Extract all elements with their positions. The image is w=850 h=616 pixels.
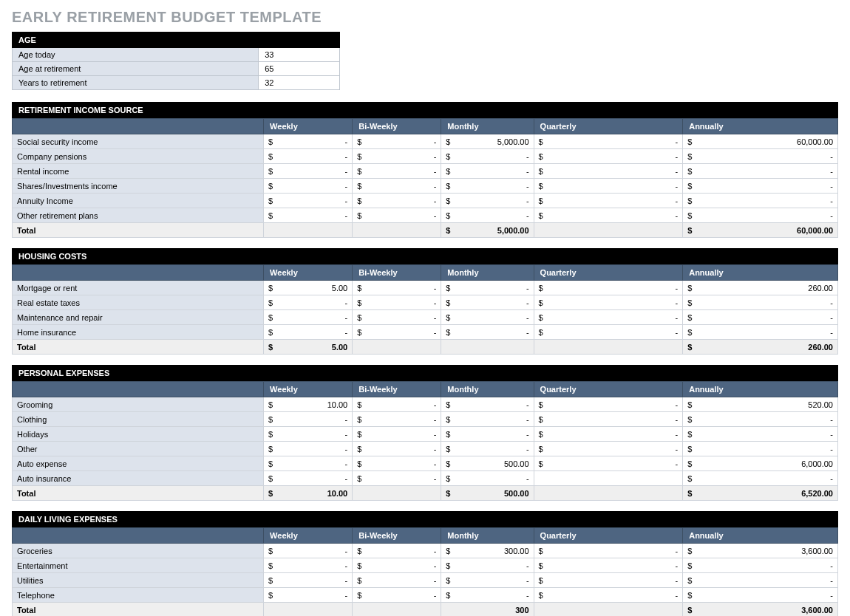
amount-cell[interactable]: - (366, 295, 441, 310)
amount-cell[interactable]: - (277, 295, 353, 310)
amount-cell[interactable]: - (455, 471, 534, 486)
amount-cell[interactable]: - (277, 588, 353, 603)
amount-cell[interactable]: - (696, 588, 837, 603)
amount-cell[interactable]: - (547, 397, 682, 412)
amount-cell[interactable]: - (455, 573, 534, 588)
amount-cell[interactable]: - (696, 149, 837, 164)
amount-cell[interactable]: - (366, 281, 441, 295)
amount-cell[interactable]: - (366, 179, 441, 194)
amount-cell[interactable]: - (366, 471, 441, 486)
amount-cell[interactable]: - (277, 573, 353, 588)
amount-cell[interactable]: - (277, 208, 353, 223)
amount-cell[interactable]: - (696, 427, 837, 442)
amount-cell[interactable]: - (366, 558, 441, 573)
amount-cell[interactable]: - (366, 208, 441, 223)
amount-cell[interactable]: - (696, 558, 837, 573)
amount-cell[interactable]: - (277, 149, 353, 164)
amount-cell[interactable]: - (277, 442, 353, 456)
amount-cell[interactable]: - (696, 442, 837, 456)
amount-cell[interactable]: - (366, 194, 441, 208)
amount-cell[interactable]: - (366, 397, 441, 412)
amount-cell[interactable]: - (366, 412, 441, 427)
amount-cell[interactable]: - (366, 588, 441, 603)
amount-cell[interactable]: - (366, 134, 441, 149)
amount-cell[interactable]: - (455, 427, 534, 442)
amount-cell[interactable]: - (696, 208, 837, 223)
amount-cell[interactable]: - (277, 471, 353, 486)
amount-cell[interactable]: - (455, 442, 534, 456)
amount-cell[interactable]: - (696, 325, 837, 340)
amount-cell[interactable]: - (455, 397, 534, 412)
amount-cell[interactable]: - (547, 164, 682, 179)
amount-cell[interactable]: - (455, 588, 534, 603)
amount-cell[interactable]: 500.00 (455, 456, 534, 471)
amount-cell[interactable]: - (277, 325, 353, 340)
amount-cell[interactable]: - (547, 310, 682, 325)
amount-cell[interactable]: - (696, 573, 837, 588)
amount-cell[interactable]: - (455, 208, 534, 223)
amount-cell[interactable]: - (547, 179, 682, 194)
amount-cell[interactable]: - (366, 427, 441, 442)
amount-cell[interactable]: - (366, 310, 441, 325)
amount-cell[interactable]: - (547, 194, 682, 208)
amount-cell[interactable]: - (455, 295, 534, 310)
amount-cell[interactable]: 10.00 (277, 397, 353, 412)
amount-cell[interactable]: - (547, 149, 682, 164)
age-value[interactable]: 32 (259, 76, 340, 90)
amount-cell[interactable]: - (366, 573, 441, 588)
amount-cell[interactable]: - (455, 149, 534, 164)
age-value[interactable]: 33 (259, 48, 340, 62)
amount-cell[interactable]: - (277, 194, 353, 208)
amount-cell[interactable]: - (277, 310, 353, 325)
amount-cell[interactable]: - (277, 456, 353, 471)
amount-cell[interactable]: - (547, 573, 682, 588)
amount-cell[interactable]: - (277, 134, 353, 149)
amount-cell[interactable]: 520.00 (696, 397, 837, 412)
amount-cell[interactable]: - (366, 164, 441, 179)
amount-cell[interactable]: - (547, 456, 682, 471)
amount-cell[interactable]: - (547, 558, 682, 573)
amount-cell[interactable] (547, 471, 682, 486)
amount-cell[interactable]: - (696, 295, 837, 310)
amount-cell[interactable]: 6,000.00 (696, 456, 837, 471)
amount-cell[interactable]: - (366, 149, 441, 164)
amount-cell[interactable]: - (547, 442, 682, 456)
amount-cell[interactable]: - (547, 208, 682, 223)
amount-cell[interactable]: - (277, 544, 353, 558)
amount-cell[interactable]: - (696, 471, 837, 486)
amount-cell[interactable]: 260.00 (696, 281, 837, 295)
amount-cell[interactable]: - (696, 310, 837, 325)
amount-cell[interactable]: - (547, 281, 682, 295)
amount-cell[interactable]: - (455, 164, 534, 179)
amount-cell[interactable]: - (547, 588, 682, 603)
amount-cell[interactable]: - (455, 310, 534, 325)
amount-cell[interactable]: - (696, 164, 837, 179)
amount-cell[interactable]: - (277, 558, 353, 573)
amount-cell[interactable]: - (277, 427, 353, 442)
amount-cell[interactable]: 5,000.00 (455, 134, 534, 149)
amount-cell[interactable]: - (366, 544, 441, 558)
amount-cell[interactable]: 5.00 (277, 281, 353, 295)
amount-cell[interactable]: - (547, 134, 682, 149)
amount-cell[interactable]: - (547, 295, 682, 310)
amount-cell[interactable]: - (455, 558, 534, 573)
age-value[interactable]: 65 (259, 62, 340, 76)
amount-cell[interactable]: - (455, 194, 534, 208)
amount-cell[interactable]: - (277, 164, 353, 179)
amount-cell[interactable]: - (277, 412, 353, 427)
amount-cell[interactable]: 300.00 (455, 544, 534, 558)
amount-cell[interactable]: 3,600.00 (696, 544, 837, 558)
amount-cell[interactable]: - (547, 427, 682, 442)
amount-cell[interactable]: - (366, 325, 441, 340)
amount-cell[interactable]: - (277, 179, 353, 194)
amount-cell[interactable]: - (547, 412, 682, 427)
amount-cell[interactable]: - (455, 325, 534, 340)
amount-cell[interactable]: - (696, 179, 837, 194)
amount-cell[interactable]: - (547, 325, 682, 340)
amount-cell[interactable]: - (455, 281, 534, 295)
amount-cell[interactable]: - (696, 194, 837, 208)
amount-cell[interactable]: - (696, 412, 837, 427)
amount-cell[interactable]: - (547, 544, 682, 558)
amount-cell[interactable]: - (455, 412, 534, 427)
amount-cell[interactable]: - (366, 456, 441, 471)
